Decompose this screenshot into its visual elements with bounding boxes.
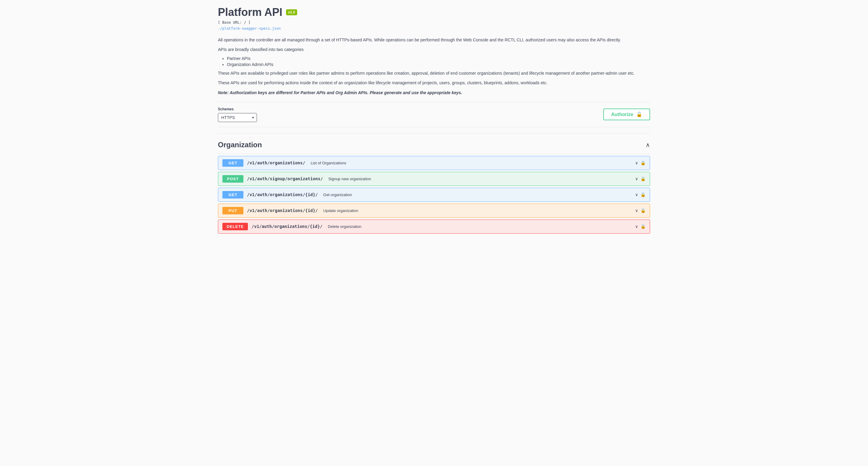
section-divider [218,133,650,133]
organization-section-header[interactable]: Organization ∧ [218,136,650,154]
list-item-partner: Partner APIs [227,56,650,61]
authorize-button[interactable]: Authorize 🔓 [603,108,650,120]
endpoint-path-2: /v1/auth/signup/organizations/ [247,176,323,181]
schemes-label: Schemes [218,107,257,111]
endpoint-left-4: PUT /v1/auth/organizations/{id}/ Update … [222,207,635,214]
desc-para1: All operations in the controller are all… [218,37,650,43]
organization-title: Organization [218,141,262,149]
api-description: All operations in the controller are all… [218,37,650,96]
endpoint-row-get-organizations[interactable]: GET /v1/auth/organizations/ List of Orga… [218,156,650,170]
method-badge-put: PUT [222,207,243,214]
method-badge-get: GET [222,159,243,167]
endpoint-left-2: POST /v1/auth/signup/organizations/ Sign… [222,175,635,182]
endpoint-lock-icon-2: 🔒 [641,176,646,181]
api-header: Platform API v1.0 [ Base URL: / ] ./plat… [218,6,650,31]
endpoint-left-5: DELETE /v1/auth/organizations/{id}/ Dele… [222,223,635,230]
endpoint-chevron-icon-3: ∨ [635,192,638,197]
organization-chevron-icon: ∧ [646,141,650,148]
method-badge-post: POST [222,175,243,182]
endpoint-lock-icon-4: 🔒 [641,208,646,213]
endpoint-summary-4: Update organization [323,208,358,213]
api-title: Platform API [218,6,282,19]
endpoint-left-3: GET /v1/auth/organizations/{id}/ Get org… [222,191,635,199]
endpoint-left: GET /v1/auth/organizations/ List of Orga… [222,159,635,167]
endpoint-lock-icon-1: 🔒 [641,160,646,165]
endpoint-chevron-icon-1: ∨ [635,160,638,165]
endpoint-path-5: /v1/auth/organizations/{id}/ [251,224,322,229]
endpoint-right-2: ∨ 🔒 [635,176,646,181]
schemes-select[interactable]: HTTPS HTTP [218,113,257,122]
endpoint-right-5: ∨ 🔒 [635,224,646,229]
schemes-bar: Schemes HTTPS HTTP Authorize 🔓 [218,102,650,127]
endpoint-right-3: ∨ 🔒 [635,192,646,197]
endpoint-lock-icon-3: 🔒 [641,192,646,197]
endpoint-path-4: /v1/auth/organizations/{id}/ [247,208,318,213]
list-item-org: Organization Admin APIs [227,62,650,67]
base-url: [ Base URL: / ] [218,21,650,25]
endpoint-lock-icon-5: 🔒 [641,224,646,229]
method-badge-delete: DELETE [222,223,248,230]
endpoint-row-post-signup[interactable]: POST /v1/auth/signup/organizations/ Sign… [218,172,650,186]
endpoint-row-get-org-id[interactable]: GET /v1/auth/organizations/{id}/ Get org… [218,188,650,202]
lock-icon: 🔓 [636,111,642,117]
swagger-link[interactable]: ./platform-swagger-specs.json [218,26,281,31]
endpoint-right-1: ∨ 🔒 [635,160,646,165]
endpoint-summary-2: Signup new organization [328,177,371,181]
endpoint-summary-3: Get organization [323,193,352,197]
schemes-left: Schemes HTTPS HTTP [218,107,257,122]
desc-para2: APIs are broadly classified into two cat… [218,46,650,53]
desc-list: Partner APIs Organization Admin APIs [227,56,650,67]
authorize-label: Authorize [611,112,633,117]
endpoint-row-put-org-id[interactable]: PUT /v1/auth/organizations/{id}/ Update … [218,204,650,218]
desc-para3: These APIs are available to privileged u… [218,70,650,76]
endpoint-path-3: /v1/auth/organizations/{id}/ [247,192,318,197]
endpoint-right-4: ∨ 🔒 [635,208,646,213]
method-badge-get-2: GET [222,191,243,199]
endpoint-path-1: /v1/auth/organizations/ [247,160,305,165]
endpoint-summary-5: Delete organization [328,224,361,229]
endpoint-chevron-icon-5: ∨ [635,224,638,229]
version-badge: v1.0 [286,9,297,15]
organization-section: Organization ∧ GET /v1/auth/organization… [218,136,650,234]
endpoint-summary-1: List of Organizations [311,161,346,165]
desc-para4: These APIs are used for performing actio… [218,79,650,86]
schemes-select-wrapper: HTTPS HTTP [218,113,257,122]
endpoint-row-delete-org-id[interactable]: DELETE /v1/auth/organizations/{id}/ Dele… [218,220,650,234]
desc-note: Note: Authorization keys are different f… [218,89,650,96]
endpoint-chevron-icon-2: ∨ [635,176,638,181]
endpoint-chevron-icon-4: ∨ [635,208,638,213]
